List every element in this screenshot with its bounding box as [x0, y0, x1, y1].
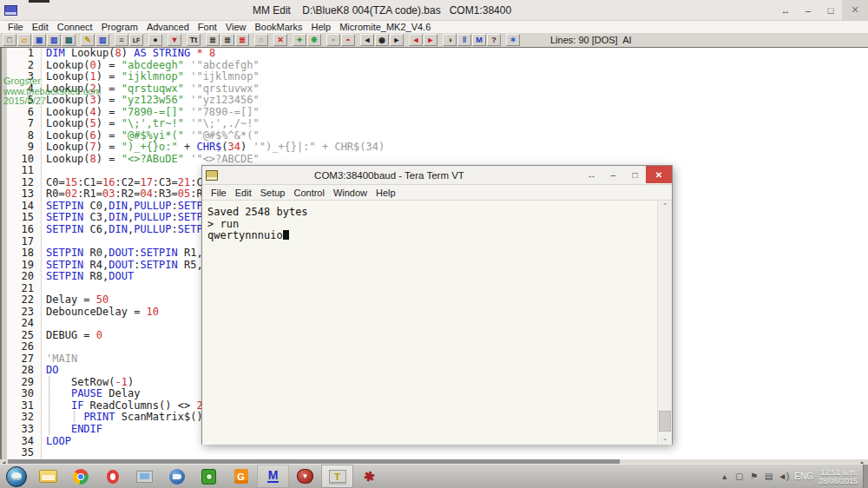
menu-advanced[interactable]: Advanced: [142, 22, 194, 32]
taskbar-chrome-button[interactable]: [64, 465, 96, 488]
mmedit-menubar: FileEditConnectProgramAdvancedFontViewBo…: [0, 21, 868, 33]
maximize-button[interactable]: □: [819, 0, 842, 20]
menu-help[interactable]: Help: [307, 22, 336, 32]
line-number: 35: [7, 447, 42, 459]
taskbar-green-device-tool-button[interactable]: [193, 465, 225, 488]
comment-bubble-icon[interactable]: ○: [254, 34, 268, 46]
code-line: 35: [7, 447, 868, 459]
split-view-icon[interactable]: ‖: [457, 34, 471, 46]
maximize-button[interactable]: □: [624, 166, 646, 183]
red-splat-app-icon: ✱: [362, 467, 377, 485]
menu-bookmarks[interactable]: BookMarks: [250, 22, 306, 32]
list-numbers-icon[interactable]: ≡: [115, 34, 128, 46]
nav-back-icon[interactable]: ◄: [360, 34, 374, 46]
delete-line-icon[interactable]: ✕: [273, 34, 287, 46]
prev-bookmark-icon[interactable]: ◄: [409, 34, 423, 46]
syntax-marks-icon[interactable]: ≣: [235, 34, 249, 46]
load-to-micromite-icon[interactable]: ✦: [293, 34, 306, 46]
action-center-flag-icon[interactable]: ⚑: [746, 472, 761, 481]
terminal-scrollbar[interactable]: ⌃ ⌄: [657, 201, 672, 445]
minimize-button[interactable]: –: [797, 0, 819, 20]
tt-menu-help[interactable]: Help: [372, 188, 400, 198]
taskbar: GM▼T✱ ▴▢⚑▤◄) ENG 12:51 a.m. 28/08/2015: [0, 464, 868, 488]
teraterm-titlebar[interactable]: COM3:38400baud - Tera Term VT ↔–□✕: [202, 166, 672, 185]
font-size-icon[interactable]: Tt: [187, 34, 201, 46]
taskbar-red-tv-app-button[interactable]: ▼: [289, 465, 321, 488]
taskbar-orange-g-app-button[interactable]: G: [225, 465, 257, 488]
line-number: 20: [7, 271, 42, 283]
close-button[interactable]: ✕: [646, 166, 672, 183]
taskbar-teraterm-button[interactable]: T: [321, 465, 353, 488]
save-from-micromite-icon[interactable]: ❉: [307, 34, 321, 46]
save-all-icon[interactable]: ▥: [47, 34, 61, 46]
hidden-icons-icon[interactable]: ▴: [717, 472, 732, 481]
expand-width-button[interactable]: ↔: [774, 0, 797, 20]
line-number: 5: [7, 95, 42, 107]
taskbar-mmedit-button[interactable]: M: [257, 465, 289, 488]
tt-menu-file[interactable]: File: [207, 188, 231, 198]
menu-connect[interactable]: Connect: [53, 22, 97, 32]
teraterm-window: COM3:38400baud - Tera Term VT ↔–□✕ FileE…: [201, 165, 673, 445]
save-file-icon[interactable]: ▣: [32, 34, 46, 46]
open-file-icon[interactable]: ▱: [17, 34, 31, 46]
edit-pencil-icon[interactable]: ✎: [81, 34, 95, 46]
tt-menu-window[interactable]: Window: [329, 188, 372, 198]
minimize-button[interactable]: –: [602, 166, 624, 183]
record-macro-icon[interactable]: ●: [148, 34, 162, 46]
taskbar-opera-button[interactable]: [96, 465, 128, 488]
taskbar-file-explorer-button[interactable]: [32, 465, 64, 488]
network-icon[interactable]: ▤: [761, 472, 776, 481]
run-program-icon[interactable]: ✶: [506, 34, 520, 46]
line-number: 31: [7, 400, 42, 412]
line-endings-lf-icon[interactable]: ʟꜰ: [129, 34, 143, 46]
app-name: MM Edit: [253, 4, 291, 16]
red-tv-app-icon: ▼: [297, 469, 313, 484]
note-red-icon[interactable]: ◓: [341, 34, 355, 46]
tt-menu-edit[interactable]: Edit: [231, 188, 256, 198]
scroll-up-icon[interactable]: ⌃: [658, 201, 672, 213]
scroll-down-icon[interactable]: ⌄: [658, 432, 672, 445]
line-number: 13: [7, 188, 42, 201]
clock-time: 12:51 a.m.: [820, 468, 858, 477]
line-number: 23: [7, 307, 42, 319]
menu-file[interactable]: File: [3, 22, 28, 32]
show-desktop-button[interactable]: [863, 465, 868, 488]
menu-micromite-mk2-v4-6[interactable]: Micromite_MK2_V4.6: [335, 22, 435, 32]
tray-app-box-icon[interactable]: ▢: [732, 472, 746, 481]
terminal-body[interactable]: Saved 2548 bytes> runqwertynnnuio ⌃ ⌄: [202, 201, 672, 445]
volume-icon[interactable]: ◄): [776, 472, 791, 481]
nav-center-icon[interactable]: ◉: [375, 34, 389, 46]
paste-special-icon[interactable]: ▼: [168, 34, 181, 46]
vertical-scroll-thumb[interactable]: [659, 411, 671, 432]
code-line: 6Lookup(4) = "7890-=[]" '"7890-=[]": [7, 107, 868, 119]
copy-icon[interactable]: ▥: [95, 34, 109, 46]
line-number: 33: [7, 424, 42, 436]
mmedit-titlebar[interactable]: MM Edit D:\BlueK8 004(TZA code).bas COM1…: [0, 0, 868, 21]
line-number: 9: [7, 142, 42, 154]
taskbar-thunderbird-button[interactable]: [161, 465, 193, 488]
terminal-globe-icon[interactable]: ◑: [443, 34, 457, 46]
next-bookmark-icon[interactable]: ►: [424, 34, 437, 46]
menu-view[interactable]: View: [221, 22, 251, 32]
note-gray-icon[interactable]: ◓: [326, 34, 340, 46]
code-line: 10Lookup(8) = "<>?ABuDE" '"<>?ABCDE": [7, 154, 868, 166]
language-indicator[interactable]: ENG: [794, 472, 813, 481]
new-file-icon[interactable]: □: [3, 34, 16, 46]
taskbar-red-splat-app-button[interactable]: ✱: [353, 465, 385, 488]
menu-edit[interactable]: Edit: [28, 22, 53, 32]
clock[interactable]: 12:51 a.m. 28/08/2015: [819, 468, 858, 485]
help-icon[interactable]: ?: [487, 34, 501, 46]
indent-left-icon[interactable]: ≣: [206, 34, 220, 46]
print-icon[interactable]: ▤: [62, 34, 76, 46]
tt-menu-setup[interactable]: Setup: [256, 188, 290, 198]
tt-menu-control[interactable]: Control: [289, 188, 328, 198]
taskbar-start-button[interactable]: [0, 465, 32, 488]
close-button[interactable]: ✕: [842, 0, 868, 20]
mmedit-home-icon[interactable]: M: [472, 34, 486, 46]
nav-forward-icon[interactable]: ►: [390, 34, 404, 46]
menu-program[interactable]: Program: [97, 22, 142, 32]
taskbar-remote-monitor-button[interactable]: [128, 465, 161, 488]
indent-right-icon[interactable]: ≣: [220, 34, 234, 46]
menu-font[interactable]: Font: [194, 22, 221, 32]
expand-width-button[interactable]: ↔: [581, 166, 602, 183]
